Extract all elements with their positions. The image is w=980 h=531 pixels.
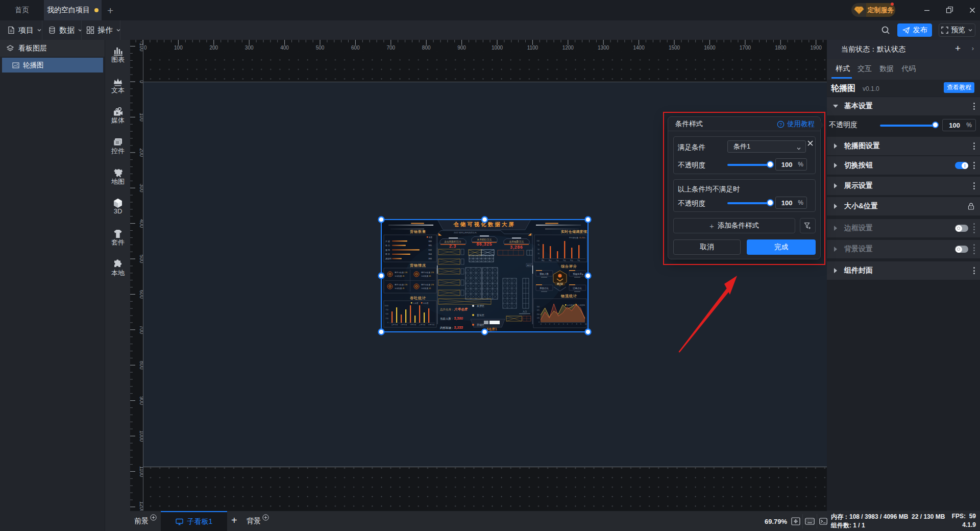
svg-text:1500: 1500: [669, 45, 680, 51]
svg-text:300: 300: [245, 45, 254, 51]
svg-text:300: 300: [139, 184, 143, 192]
svg-text:400: 400: [280, 45, 289, 51]
svg-text:200: 200: [209, 45, 218, 51]
svg-text:1200: 1200: [562, 45, 574, 51]
svg-text:0: 0: [139, 80, 143, 83]
svg-text:0: 0: [144, 45, 147, 51]
svg-text:200: 200: [139, 148, 143, 157]
svg-text:500: 500: [316, 45, 325, 51]
svg-text:900: 900: [457, 45, 466, 51]
svg-text:800: 800: [422, 45, 431, 51]
svg-text:1300: 1300: [598, 45, 609, 51]
svg-text:1900: 1900: [811, 45, 822, 51]
svg-text:900: 900: [139, 396, 143, 405]
svg-text:1000: 1000: [139, 430, 143, 442]
svg-text:1800: 1800: [775, 45, 787, 51]
svg-text:800: 800: [139, 361, 143, 370]
svg-text:100: 100: [174, 45, 183, 51]
svg-text:400: 400: [139, 219, 143, 228]
svg-text:1600: 1600: [704, 45, 716, 51]
svg-text:1400: 1400: [633, 45, 645, 51]
svg-text:100: 100: [139, 113, 143, 122]
svg-text:1200: 1200: [139, 501, 143, 511]
svg-text:700: 700: [139, 325, 143, 334]
svg-text:1100: 1100: [527, 45, 538, 51]
svg-text:1700: 1700: [740, 45, 751, 51]
svg-text:1000: 1000: [492, 45, 503, 51]
svg-text:-100: -100: [139, 41, 143, 52]
svg-text:600: 600: [139, 290, 143, 299]
svg-text:700: 700: [386, 45, 395, 51]
svg-text:1100: 1100: [139, 466, 143, 477]
svg-text:600: 600: [351, 45, 360, 51]
svg-text:500: 500: [139, 255, 143, 263]
